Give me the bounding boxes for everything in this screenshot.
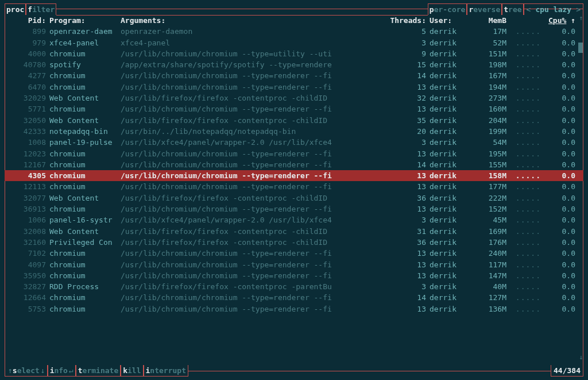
cell-dots: ..... xyxy=(506,259,541,270)
cell-user: derrik xyxy=(426,37,472,48)
table-row[interactable]: 32077Web Content/usr/lib/firefox/firefox… xyxy=(5,193,583,204)
header-arguments[interactable]: Arguments: xyxy=(121,15,380,26)
tab-reverse[interactable]: reverse xyxy=(467,3,502,15)
cell-program: RDD Process xyxy=(46,281,121,292)
tab-filter[interactable]: filter xyxy=(26,3,56,15)
cell-program: chromium xyxy=(46,270,121,281)
cell-program: chromium xyxy=(46,248,121,259)
table-row[interactable]: 40780spotify/app/extra/share/spotify/spo… xyxy=(5,59,583,70)
cell-dots: ..... xyxy=(506,214,541,225)
cell-threads: 13 xyxy=(380,270,426,281)
cell-threads: 36 xyxy=(380,193,426,204)
table-row[interactable]: 12167chromium/usr/lib/chromium/chromium … xyxy=(5,159,583,170)
table-row[interactable]: 36913chromium/usr/lib/chromium/chromium … xyxy=(5,204,583,214)
cell-cpu: 0.0 xyxy=(541,70,575,81)
cell-program: spotify xyxy=(46,59,121,70)
table-row[interactable]: 6470chromium/usr/lib/chromium/chromium -… xyxy=(5,82,583,93)
process-table[interactable]: 899openrazer-daemopenrazer-daemon5derrik… xyxy=(5,26,583,314)
cell-threads: 15 xyxy=(380,59,426,70)
terminal-app: procfilter per-corereversetree < cpu laz… xyxy=(0,0,588,380)
cell-cpu: 0.0 xyxy=(541,148,575,159)
table-row[interactable]: 32050Web Content/usr/lib/firefox/firefox… xyxy=(5,115,583,126)
cell-program: chromium xyxy=(46,148,121,159)
cell-user: derrik xyxy=(426,59,472,70)
footer-terminate[interactable]: terminate xyxy=(76,365,121,377)
sort-status[interactable]: < cpu lazy > xyxy=(524,3,583,15)
table-row[interactable]: 1006panel-16-systr/usr/lib/xfce4/panel/w… xyxy=(5,214,583,225)
footer-select[interactable]: ↑ select ↓ xyxy=(5,365,48,377)
footer-kill[interactable]: kill xyxy=(121,365,143,377)
cell-args: /usr/lib/chromium/chromium --type=render… xyxy=(121,181,380,192)
cell-dots: ..... xyxy=(506,159,541,170)
table-row[interactable]: 1008panel-19-pulse/usr/lib/xfce4/panel/w… xyxy=(5,137,583,148)
tab-per-core[interactable]: per-core xyxy=(428,3,467,15)
cell-dots: ..... xyxy=(506,137,541,148)
cell-program: chromium xyxy=(46,70,121,81)
scroll-up-icon[interactable]: ↑ xyxy=(579,13,583,24)
cell-threads: 31 xyxy=(380,226,426,237)
cell-program: chromium xyxy=(46,82,121,93)
table-row[interactable]: 4305chromium/usr/lib/chromium/chromium -… xyxy=(5,170,583,181)
table-row[interactable]: 32029Web Content/usr/lib/firefox/firefox… xyxy=(5,93,583,103)
cell-user: derrik xyxy=(426,259,472,270)
cell-cpu: 0.0 xyxy=(541,159,575,170)
top-tabbar: procfilter per-corereversetree < cpu laz… xyxy=(5,3,583,15)
cell-pid: 32160 xyxy=(11,237,46,248)
footer-info[interactable]: info ↵ xyxy=(48,365,76,377)
header-mem[interactable]: MemB xyxy=(472,15,506,26)
table-row[interactable]: 12113chromium/usr/lib/chromium/chromium … xyxy=(5,181,583,192)
cell-user: derrik xyxy=(426,137,472,148)
table-row[interactable]: 32008Web Content/usr/lib/firefox/firefox… xyxy=(5,226,583,237)
tab-proc[interactable]: proc xyxy=(5,3,26,15)
table-row[interactable]: 32160Privileged Con/usr/lib/firefox/fire… xyxy=(5,237,583,248)
scrollbar-thumb[interactable] xyxy=(578,43,583,53)
cell-mem: 54M xyxy=(472,137,506,148)
cell-pid: 32050 xyxy=(11,115,46,126)
cell-cpu: 0.0 xyxy=(541,103,575,114)
cell-threads: 32 xyxy=(380,93,426,103)
table-row[interactable]: 5753chromium/usr/lib/chromium/chromium -… xyxy=(5,304,583,314)
cell-pid: 42333 xyxy=(11,126,46,137)
table-row[interactable]: 12023chromium/usr/lib/chromium/chromium … xyxy=(5,148,583,159)
cell-dots: ..... xyxy=(506,93,541,103)
cell-threads: 13 xyxy=(380,103,426,114)
table-row[interactable]: 32827RDD Process/usr/lib/firefox/firefox… xyxy=(5,281,583,292)
header-threads[interactable]: Threads: xyxy=(380,15,426,26)
cell-args: /usr/lib/xfce4/panel/wrapper-2.0 /usr/li… xyxy=(121,214,380,225)
cell-user: derrik xyxy=(426,304,472,314)
scroll-down-icon[interactable]: ↓ xyxy=(579,352,583,363)
cell-pid: 899 xyxy=(11,26,46,37)
cell-user: derrik xyxy=(426,181,472,192)
table-row[interactable]: 5771chromium/usr/lib/chromium/chromium -… xyxy=(5,103,583,114)
tab-tree[interactable]: tree xyxy=(502,3,523,15)
footer-interrupt[interactable]: interrupt xyxy=(144,365,188,377)
table-row[interactable]: 7102chromium/usr/lib/chromium/chromium -… xyxy=(5,248,583,259)
cell-args: /usr/lib/firefox/firefox -contentproc -c… xyxy=(121,93,380,103)
cell-cpu: 0.0 xyxy=(541,59,575,70)
cell-args: /usr/lib/chromium/chromium --type=render… xyxy=(121,148,380,159)
cell-user: derrik xyxy=(426,148,472,159)
table-row[interactable]: 4000chromium/usr/lib/chromium/chromium -… xyxy=(5,48,583,59)
table-row[interactable]: 4277chromium/usr/lib/chromium/chromium -… xyxy=(5,70,583,81)
cell-cpu: 0.0 xyxy=(541,48,575,59)
cell-mem: 160M xyxy=(472,103,506,114)
cell-threads: 3 xyxy=(380,137,426,148)
table-row[interactable]: 35950chromium/usr/lib/chromium/chromium … xyxy=(5,270,583,281)
cell-cpu: 0.0 xyxy=(541,226,575,237)
table-row[interactable]: 42333notepadqq-bin/usr/bin/../lib/notepa… xyxy=(5,126,583,137)
cell-pid: 1006 xyxy=(11,214,46,225)
table-row[interactable]: 899openrazer-daemopenrazer-daemon5derrik… xyxy=(5,26,583,37)
header-pid[interactable]: Pid: xyxy=(11,15,46,26)
table-row[interactable]: 12664chromium/usr/lib/chromium/chromium … xyxy=(5,292,583,303)
cell-cpu: 0.0 xyxy=(541,126,575,137)
header-cpu[interactable]: Cpu% ↑ xyxy=(541,15,575,26)
table-row[interactable]: 4097chromium/usr/lib/chromium/chromium -… xyxy=(5,259,583,270)
cell-args: /usr/lib/firefox/firefox -contentproc -c… xyxy=(121,115,380,126)
header-user[interactable]: User: xyxy=(426,15,472,26)
table-row[interactable]: 979xfce4-panelxfce4-panel3derrik52M.....… xyxy=(5,37,583,48)
cell-program: xfce4-panel xyxy=(46,37,121,48)
header-program[interactable]: Program: xyxy=(46,15,121,26)
cell-user: derrik xyxy=(426,204,472,214)
cell-pid: 12113 xyxy=(11,181,46,192)
cell-user: derrik xyxy=(426,82,472,93)
